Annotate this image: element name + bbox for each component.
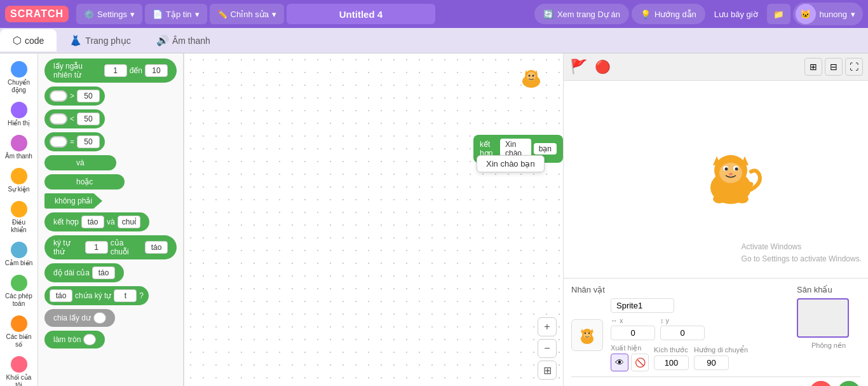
category-cac-bien-so[interactable]: Các biến số [1, 313, 37, 351]
block-hoac[interactable]: hoặc [44, 174, 125, 190]
x-input[interactable] [611, 326, 655, 340]
green-flag-button[interactable]: 🚩 [569, 57, 588, 76]
block-less-val[interactable] [77, 113, 100, 125]
y-input[interactable] [660, 326, 705, 340]
scratch-logo[interactable]: SCRATCH [5, 6, 69, 22]
hide-button[interactable]: 🚫 [631, 354, 649, 371]
tab-sound[interactable]: 🔊 Âm thanh [144, 29, 223, 52]
sprite-name-input[interactable] [611, 298, 674, 313]
stage-thumbnail[interactable] [797, 298, 849, 338]
block-chua-ky-tu[interactable]: chứa ký tự ? [44, 286, 149, 305]
guide-button[interactable]: 💡 Hướng dẫn [632, 4, 705, 24]
tabs-row: ⬡ code 👗 Trang phục 🔊 Âm thanh [0, 28, 868, 53]
cac-phep-toan-label: Các phép toán [4, 293, 34, 308]
delete-sprite-button[interactable]: 🗑 [810, 381, 832, 386]
svg-point-2 [527, 72, 536, 81]
block-equal-val[interactable] [77, 135, 100, 148]
category-chuyen-dong[interactable]: Chuyển động [1, 59, 37, 97]
tab-code[interactable]: ⬡ code [0, 29, 57, 52]
sprite-info-panel: Nhân vật [564, 278, 868, 386]
costume-icon: 👗 [69, 34, 82, 46]
block-ky-tu-thu[interactable]: ký tự thứ của chuỗi [44, 235, 177, 259]
category-su-kien[interactable]: Sự kiện [1, 165, 37, 196]
cam-bien-dot [11, 242, 27, 258]
project-title-input[interactable] [287, 4, 435, 24]
block-do-dai-val[interactable] [92, 266, 115, 279]
block-ky-tu-thu-row: ký tự thứ của chuỗi [44, 235, 177, 259]
block-va-row: và [44, 155, 177, 170]
sprite-info-header: Nhân vật [571, 285, 860, 371]
category-am-thanh[interactable]: Âm thanh [1, 132, 37, 163]
add-sprite-button[interactable]: + [837, 381, 860, 386]
block-ky-tu-val[interactable] [85, 241, 108, 254]
folder-button[interactable]: 📁 [767, 4, 790, 24]
block-ket-hop-val2[interactable] [118, 216, 140, 228]
block-greater[interactable]: > [44, 86, 105, 106]
large-stage-button[interactable]: ⊟ [825, 58, 843, 76]
file-button[interactable]: 📄 Tập tin ▾ [145, 4, 207, 24]
block-equal[interactable]: = [44, 132, 105, 151]
zoom-in-button[interactable]: + [538, 317, 557, 336]
block-ky-tu-chuoi-val[interactable] [145, 241, 168, 254]
block-ket-hop-val1[interactable] [81, 216, 104, 228]
block-chua-val2[interactable] [114, 289, 137, 302]
khoi-cua-toi-dot [11, 356, 27, 373]
cac-bien-so-label: Các biến số [4, 333, 34, 348]
svg-point-4 [532, 75, 534, 77]
user-menu-button[interactable]: 🐱 hunong ▾ [793, 3, 863, 25]
size-field-group: Kích thước [654, 346, 689, 370]
view-project-button[interactable]: 🔄 Xem trang Dự án [534, 4, 629, 24]
category-dieu-khien[interactable]: Điều khiển [1, 198, 37, 237]
block-ngau-nhien-val1[interactable] [104, 64, 127, 77]
edit-button[interactable]: ✏️ Chỉnh sửa ▾ [210, 4, 284, 24]
chuyen-dong-label: Chuyển động [4, 79, 34, 94]
fit-screen-button[interactable]: ⊞ [538, 361, 557, 380]
block-khong-phai[interactable]: không phải [44, 193, 102, 209]
block-va[interactable]: và [44, 155, 116, 170]
direction-field-group: Hướng di chuyển [694, 346, 748, 370]
category-khoi-cua-toi[interactable]: Khối của tôi [1, 354, 37, 386]
stage-view-buttons: ⊞ ⊟ ⛶ [804, 58, 863, 76]
save-button[interactable]: Lưu bây giờ [708, 6, 764, 22]
svg-point-13 [735, 167, 738, 170]
folder-icon: 📁 [773, 10, 784, 19]
block-do-dai[interactable]: độ dài của [44, 263, 124, 282]
block-greater-row: > [44, 86, 177, 106]
zoom-out-button[interactable]: − [538, 339, 557, 358]
block-chia-lay-du[interactable]: chia lấy dư [44, 309, 115, 327]
sprite-fields: ↔ x ↕ y [611, 298, 784, 371]
file-dropdown-icon: ▾ [195, 10, 200, 19]
settings-icon: ⚙️ [84, 10, 94, 19]
tab-costume[interactable]: 👗 Trang phục [57, 29, 144, 52]
block-chua-ky-tu-row: chứa ký tự ? [44, 286, 177, 305]
block-less-row: < [44, 109, 177, 128]
svg-point-3 [529, 75, 531, 77]
categories-panel: Chuyển động Hiển thị Âm thanh Sự kiện Đi… [0, 53, 38, 386]
stage-section: Sân khấu Phông nền [797, 285, 860, 371]
category-hien-thi[interactable]: Hiển thị [1, 99, 37, 130]
show-visible-button[interactable]: 👁 [611, 354, 628, 371]
small-stage-button[interactable]: ⊞ [804, 58, 822, 76]
category-cac-phep-toan[interactable]: Các phép toán [1, 272, 37, 310]
cac-phep-toan-dot [11, 275, 27, 291]
block-chua-val1[interactable] [50, 289, 72, 302]
chuyen-dong-dot [11, 61, 27, 78]
canvas-grid[interactable]: kết hợp Xin chào bạn Xin chào bạn + − ⊞ [184, 53, 563, 386]
size-input[interactable] [654, 355, 689, 370]
block-ket-hop[interactable]: kết hợp và [44, 212, 149, 231]
sprite-section: Nhân vật [571, 285, 784, 371]
direction-input[interactable] [694, 355, 729, 370]
category-cam-bien[interactable]: Cảm biến [1, 239, 37, 270]
block-less[interactable]: < [44, 109, 105, 128]
stage-toolbar: 🚩 🔴 ⊞ ⊟ ⛶ [564, 53, 868, 81]
fullscreen-button[interactable]: ⛶ [845, 58, 863, 76]
block-lam-tron[interactable]: làm tròn [44, 331, 105, 348]
block-greater-val[interactable] [77, 90, 100, 102]
cac-bien-so-dot [11, 315, 27, 332]
show-field-group: Xuất hiện 👁 🚫 [611, 344, 649, 371]
stop-button[interactable]: 🔴 [593, 57, 612, 76]
settings-button[interactable]: ⚙️ Settings ▾ [76, 4, 142, 24]
guide-icon: 💡 [641, 10, 651, 19]
block-ngau-nhien-val2[interactable] [145, 64, 168, 77]
block-lay-ngau-nhien[interactable]: lấy ngẫu nhiên từ đến [44, 59, 177, 83]
